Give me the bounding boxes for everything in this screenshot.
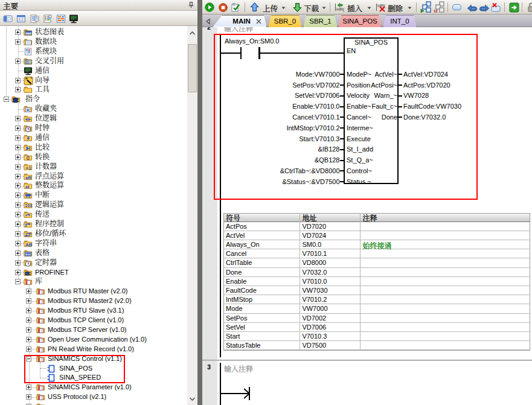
svg-text:+1: +1 bbox=[25, 165, 31, 170]
svg-text:AB: AB bbox=[25, 242, 33, 247]
svg-text:HR(: HR( bbox=[336, 7, 345, 12]
svg-text:±R: ±R bbox=[25, 174, 31, 180]
svg-text:±I: ±I bbox=[25, 184, 30, 190]
svg-text:1011: 1011 bbox=[25, 203, 33, 208]
